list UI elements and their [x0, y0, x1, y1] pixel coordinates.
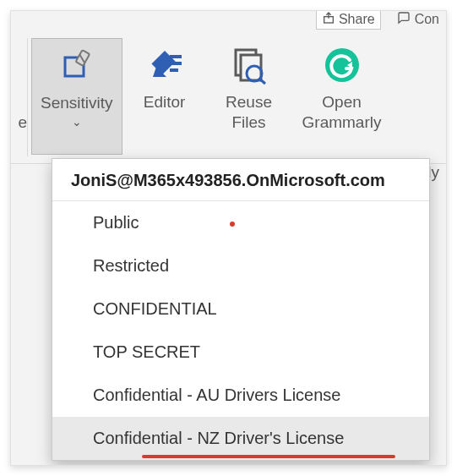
comment-icon: [396, 11, 411, 28]
dropdown-account: JoniS@M365x493856.OnMicrosoft.com: [52, 159, 429, 201]
sensitivity-dropdown: JoniS@M365x493856.OnMicrosoft.com Public…: [52, 158, 430, 461]
share-label: Share: [339, 12, 375, 27]
option-label: Public: [93, 213, 139, 232]
comments-button[interactable]: Con: [396, 10, 439, 30]
annotation-underline-icon: [142, 455, 395, 458]
option-label: TOP SECRET: [93, 342, 200, 361]
chevron-down-icon: ⌄: [72, 115, 82, 130]
sensitivity-option-top-secret[interactable]: TOP SECRET: [52, 331, 429, 374]
sensitivity-option-nz-license[interactable]: Confidential - NZ Driver's License: [52, 417, 429, 460]
editor-label: Editor: [144, 92, 186, 112]
editor-icon: [143, 43, 187, 87]
sensitivity-option-au-license[interactable]: Confidential - AU Drivers License: [52, 374, 429, 417]
annotation-dot-icon: [230, 222, 235, 227]
share-icon: [322, 11, 335, 28]
grammarly-button[interactable]: Open Grammarly: [291, 38, 393, 155]
option-label: Restricted: [93, 256, 169, 275]
sensitivity-option-confidential[interactable]: CONFIDENTIAL: [52, 287, 429, 331]
grammarly-label-2: Grammarly: [302, 112, 382, 133]
truncated-left-char: e: [18, 113, 27, 132]
sensitivity-option-restricted[interactable]: Restricted: [52, 244, 429, 287]
grammarly-label-1: Open: [322, 92, 361, 112]
editor-button[interactable]: Editor: [122, 38, 207, 155]
option-label: Confidential - NZ Driver's License: [93, 429, 344, 447]
ribbon-row: e Sensitivity ⌄: [11, 33, 446, 164]
reuse-files-label-2: Files: [231, 112, 265, 133]
truncated-left-button[interactable]: e: [16, 38, 28, 156]
top-links: Share Con: [309, 10, 446, 31]
option-label: CONFIDENTIAL: [93, 299, 217, 318]
comments-label-partial: Con: [415, 12, 439, 27]
sensitivity-option-public[interactable]: Public: [52, 201, 429, 244]
option-label: Confidential - AU Drivers License: [93, 386, 340, 404]
reuse-files-label-1: Reuse: [226, 92, 272, 112]
reuse-files-icon: [227, 43, 271, 87]
sensitivity-icon: [55, 44, 99, 88]
sensitivity-label: Sensitivity: [41, 93, 113, 113]
share-button[interactable]: Share: [316, 10, 381, 30]
reuse-files-button[interactable]: Reuse Files: [207, 38, 291, 155]
grammarly-icon: [320, 43, 364, 87]
sensitivity-button[interactable]: Sensitivity ⌄: [31, 38, 122, 155]
ribbon-panel: Share Con e Sensitivity ⌄: [10, 10, 447, 466]
